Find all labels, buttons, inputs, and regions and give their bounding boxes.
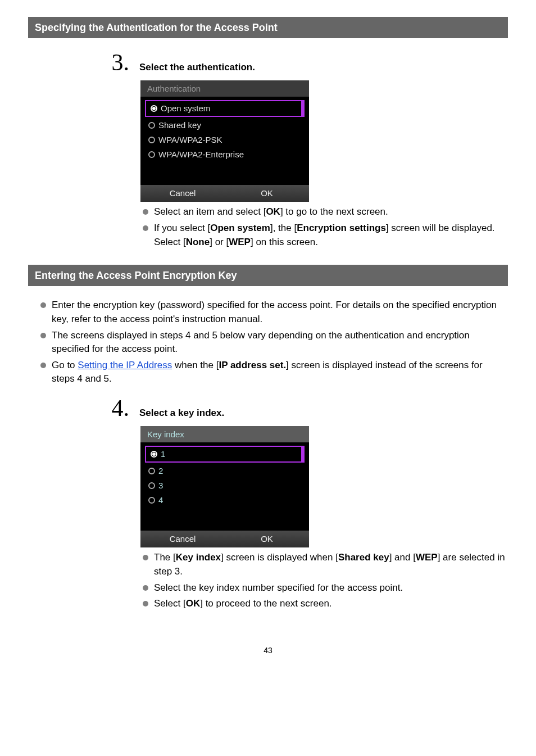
auth-option-label: WPA/WPA2-Enterprise — [158, 148, 244, 161]
auth-screenshot: Authentication Open system Shared key WP… — [140, 80, 309, 202]
step-3-title: Select the authentication. — [139, 61, 255, 75]
auth-option-wpa-psk: WPA/WPA2-PSK — [143, 133, 307, 147]
key-index-option-3: 3 — [143, 478, 307, 493]
auth-ok-button: OK — [225, 185, 309, 202]
radio-unselected-icon — [148, 497, 155, 504]
key-index-screenshot: Key index 1 2 3 4 Cancel OK — [140, 426, 309, 548]
step3-note-2: If you select [Open system], the [Encryp… — [140, 221, 508, 249]
radio-unselected-icon — [148, 468, 155, 474]
intro-bullet-2: The screens displayed in steps 4 and 5 b… — [38, 329, 508, 356]
intro-bullet-3: Go to Setting the IP Address when the [I… — [38, 359, 508, 386]
encryption-key-intro: Enter the encryption key (password) spec… — [38, 298, 508, 386]
step3-note-1: Select an item and select [OK] to go to … — [140, 205, 508, 219]
step-4-number: 4. — [107, 396, 129, 420]
key-index-screenshot-title: Key index — [140, 426, 309, 443]
key-index-label: 3 — [158, 479, 163, 492]
radio-unselected-icon — [148, 122, 155, 129]
key-index-option-2: 2 — [143, 464, 307, 478]
step4-note-2: Select the key index number specified fo… — [140, 581, 508, 595]
section-heading-encryption-key: Entering the Access Point Encryption Key — [28, 265, 508, 286]
auth-option-wpa-enterprise: WPA/WPA2-Enterprise — [143, 147, 307, 162]
key-index-option-1: 1 — [145, 446, 305, 463]
radio-unselected-icon — [148, 151, 155, 158]
auth-option-label: Open system — [161, 102, 210, 115]
step-4-title: Select a key index. — [139, 406, 224, 420]
radio-unselected-icon — [148, 482, 155, 489]
radio-selected-icon — [151, 105, 157, 112]
auth-cancel-button: Cancel — [140, 185, 225, 202]
step-4: 4. Select a key index. Key index 1 2 3 4 — [107, 396, 508, 611]
step-3: 3. Select the authentication. Authentica… — [107, 51, 508, 249]
key-ok-button: OK — [225, 531, 309, 547]
auth-option-label: Shared key — [158, 119, 201, 132]
step-3-number: 3. — [107, 51, 129, 74]
auth-option-open-system: Open system — [145, 100, 305, 117]
step4-note-3: Select [OK] to proceed to the next scree… — [140, 597, 508, 611]
radio-selected-icon — [151, 451, 157, 458]
step4-note-1: The [Key index] screen is displayed when… — [140, 551, 508, 578]
key-index-label: 1 — [161, 448, 165, 460]
key-cancel-button: Cancel — [140, 531, 225, 547]
auth-option-label: WPA/WPA2-PSK — [158, 134, 222, 146]
auth-option-shared-key: Shared key — [143, 118, 307, 133]
auth-screenshot-title: Authentication — [140, 80, 309, 97]
key-index-label: 2 — [158, 465, 163, 477]
setting-ip-address-link[interactable]: Setting the IP Address — [78, 360, 172, 370]
section-heading-auth: Specifying the Authentication for the Ac… — [28, 17, 508, 38]
radio-unselected-icon — [148, 137, 155, 143]
key-index-label: 4 — [158, 494, 163, 506]
intro-bullet-1: Enter the encryption key (password) spec… — [38, 298, 508, 326]
page-number: 43 — [28, 645, 508, 656]
key-index-option-4: 4 — [143, 493, 307, 508]
